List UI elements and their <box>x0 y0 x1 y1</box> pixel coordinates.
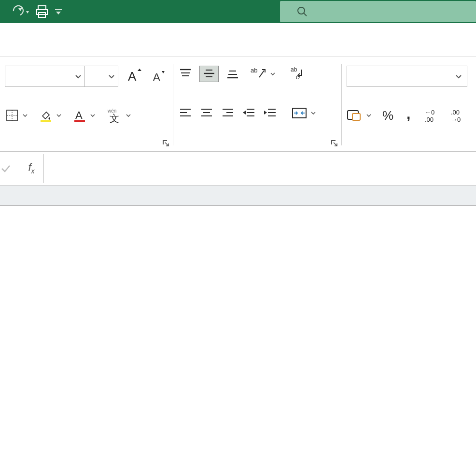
search-icon <box>296 6 308 17</box>
ribbon-group-alignment: ab abc <box>173 57 341 151</box>
chevron-down-icon <box>56 113 62 118</box>
orientation-button[interactable]: ab <box>251 67 276 81</box>
chevron-down-icon <box>366 113 372 118</box>
ribbon: A A A wén文 <box>0 57 476 152</box>
increase-indent-button[interactable] <box>263 107 278 119</box>
decrease-font-button[interactable]: A <box>152 69 167 84</box>
chevron-down-icon <box>75 73 82 80</box>
font-size-dropdown[interactable] <box>84 66 118 87</box>
svg-text:ab: ab <box>291 66 297 73</box>
wrap-text-button[interactable]: abc <box>289 66 306 82</box>
chevron-down-icon <box>108 73 115 80</box>
title-bar <box>0 0 476 23</box>
align-top-button[interactable] <box>178 67 193 81</box>
insert-function-button[interactable]: fx <box>19 161 43 175</box>
chevron-down-icon <box>126 113 131 118</box>
ribbon-tabs <box>0 23 476 57</box>
comma-style-button[interactable]: , <box>406 108 415 123</box>
font-dialog-launcher[interactable] <box>161 139 170 147</box>
increase-font-button[interactable]: A <box>127 68 143 85</box>
redo-button[interactable] <box>12 5 30 18</box>
phonetic-guide-button[interactable]: wén文 <box>106 107 131 124</box>
chevron-down-icon <box>310 110 316 116</box>
svg-line-5 <box>304 13 307 16</box>
chevron-down-icon <box>90 113 96 118</box>
svg-text:,: , <box>406 108 410 122</box>
ribbon-group-font: A A A wén文 <box>0 57 173 151</box>
svg-rect-11 <box>41 120 51 122</box>
font-name-dropdown[interactable] <box>5 66 84 87</box>
qat-customize-button[interactable] <box>54 7 63 16</box>
ribbon-group-label <box>5 143 168 148</box>
svg-text:A: A <box>153 71 160 83</box>
number-format-dropdown[interactable] <box>347 66 467 87</box>
print-button[interactable] <box>35 4 49 19</box>
decrease-indent-button[interactable] <box>242 107 256 119</box>
borders-button[interactable] <box>5 108 28 123</box>
svg-text:文: 文 <box>110 113 119 124</box>
svg-text:A: A <box>128 69 137 84</box>
formula-input[interactable] <box>43 154 476 183</box>
increase-decimal-button[interactable]: ←0.00 <box>425 108 441 123</box>
svg-text:A: A <box>75 109 83 121</box>
spreadsheet-grid <box>0 185 476 206</box>
merge-center-button[interactable] <box>291 106 316 120</box>
ribbon-group-label <box>347 143 471 148</box>
search-box[interactable] <box>280 1 476 22</box>
decrease-decimal-button[interactable]: .00→0 <box>451 108 467 123</box>
svg-text:←0: ←0 <box>425 109 434 116</box>
svg-text:.00: .00 <box>425 116 434 123</box>
svg-text:ab: ab <box>251 67 257 74</box>
alignment-dialog-launcher[interactable] <box>330 139 338 147</box>
column-headers <box>0 185 476 206</box>
formula-bar: fx <box>0 152 476 185</box>
ribbon-group-label <box>178 143 336 148</box>
align-middle-button[interactable] <box>199 66 219 82</box>
ribbon-group-number: % , ←0.00 .00→0 <box>342 57 476 151</box>
font-color-button[interactable]: A <box>72 108 96 123</box>
accounting-format-button[interactable] <box>347 109 372 122</box>
svg-rect-0 <box>38 6 46 10</box>
chevron-down-icon <box>22 113 28 118</box>
svg-rect-3 <box>55 9 62 10</box>
svg-text:.00: .00 <box>451 109 460 116</box>
align-bottom-button[interactable] <box>225 67 240 81</box>
svg-rect-8 <box>7 110 17 121</box>
chevron-down-icon <box>270 71 276 77</box>
fill-color-button[interactable] <box>39 108 62 123</box>
align-right-button[interactable] <box>221 107 235 119</box>
align-center-button[interactable] <box>199 107 214 119</box>
align-left-button[interactable] <box>178 107 193 119</box>
svg-rect-13 <box>74 120 85 122</box>
percent-style-button[interactable]: % <box>381 108 396 123</box>
formula-confirm-button[interactable] <box>0 163 19 174</box>
svg-text:%: % <box>382 108 393 123</box>
svg-point-4 <box>298 7 305 14</box>
svg-rect-45 <box>352 114 360 120</box>
chevron-down-icon <box>455 73 462 80</box>
svg-text:→0: →0 <box>451 116 461 123</box>
